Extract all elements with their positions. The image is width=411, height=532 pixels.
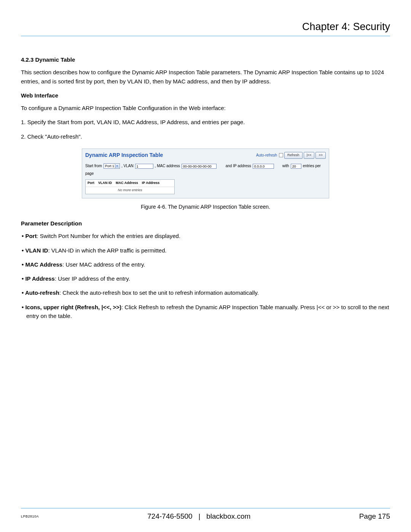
- param-port: Port: Switch Port Number for which the e…: [21, 232, 390, 240]
- param-desc-heading: Parameter Description: [21, 219, 390, 228]
- chevron-down-icon: ▾: [115, 164, 119, 168]
- filter-page-label: page: [85, 171, 326, 177]
- app-screenshot: Dynamic ARP Inspection Table Auto-refres…: [82, 149, 329, 199]
- col-port: Port: [86, 180, 96, 187]
- step-1: 1. Specify the Start from port, VLAN ID,…: [21, 118, 390, 126]
- footer-page-number: Page 175: [359, 512, 390, 521]
- figure-caption: Figure 4-6. The Dynamic ARP Inspection T…: [21, 203, 390, 211]
- col-mac: MAC Address: [114, 180, 140, 187]
- web-interface-lead: To configure a Dynamic ARP Inspection Ta…: [21, 104, 390, 112]
- col-vlan: VLAN ID: [96, 180, 114, 187]
- col-ip: IP Address: [140, 180, 162, 187]
- filter-start-from-label: Start from: [85, 163, 102, 169]
- footer-model: LPB2810A: [21, 514, 39, 518]
- filter-entries-per-label: entries per: [303, 163, 321, 169]
- web-interface-heading: Web Interface: [21, 91, 390, 100]
- vlan-input[interactable]: 1: [135, 164, 153, 169]
- filter-vlan-label: , VLAN: [121, 163, 134, 169]
- param-ip: IP Address: User IP address of the entry…: [21, 274, 390, 283]
- filter-ip-label: and IP address: [226, 163, 251, 169]
- entries-input[interactable]: 20: [291, 164, 301, 169]
- footer-contact: 724-746-5500 | blackbox.com: [147, 512, 250, 521]
- filter-row: Start from Port 1 ▾ , VLAN 1 , MAC addre…: [85, 163, 326, 169]
- param-mac: MAC Address: User MAC address of the ent…: [21, 260, 390, 269]
- arp-table: Port VLAN ID MAC Address IP Address No m…: [85, 179, 175, 194]
- filter-mac-label: , MAC address: [155, 163, 180, 169]
- refresh-button[interactable]: Refresh: [284, 152, 303, 159]
- auto-refresh-checkbox[interactable]: [279, 153, 283, 157]
- mac-input[interactable]: 00-00-00-00-00-00: [182, 164, 217, 169]
- param-auto-refresh: Auto-refresh: Check the auto-refresh box…: [21, 288, 390, 297]
- param-icons: Icons, upper right (Refresh, |<<, >>): C…: [21, 303, 390, 321]
- port-select[interactable]: Port 1 ▾: [104, 163, 120, 169]
- auto-refresh-label: Auto-refresh: [256, 152, 277, 158]
- page-footer: LPB2810A 724-746-5500 | blackbox.com Pag…: [21, 508, 390, 521]
- app-title: Dynamic ARP Inspection Table: [85, 151, 163, 160]
- table-empty-row: No more entries: [86, 187, 174, 194]
- page-next-button[interactable]: >>: [315, 152, 326, 159]
- ip-input[interactable]: 0.0.0.0: [253, 164, 274, 169]
- intro-paragraph: This section describes how to configure …: [21, 68, 390, 86]
- chapter-title: Chapter 4: Security: [21, 21, 390, 36]
- page-first-button[interactable]: |<<: [304, 152, 315, 159]
- step-2: 2. Check "Auto-refresh".: [21, 132, 390, 141]
- filter-with-label: with: [282, 163, 289, 169]
- port-select-value: Port 1: [105, 164, 114, 168]
- param-vlan: VLAN ID: VLAN-ID in which the ARP traffi…: [21, 246, 390, 255]
- section-heading: 4.2.3 Dynamic Table: [21, 55, 390, 64]
